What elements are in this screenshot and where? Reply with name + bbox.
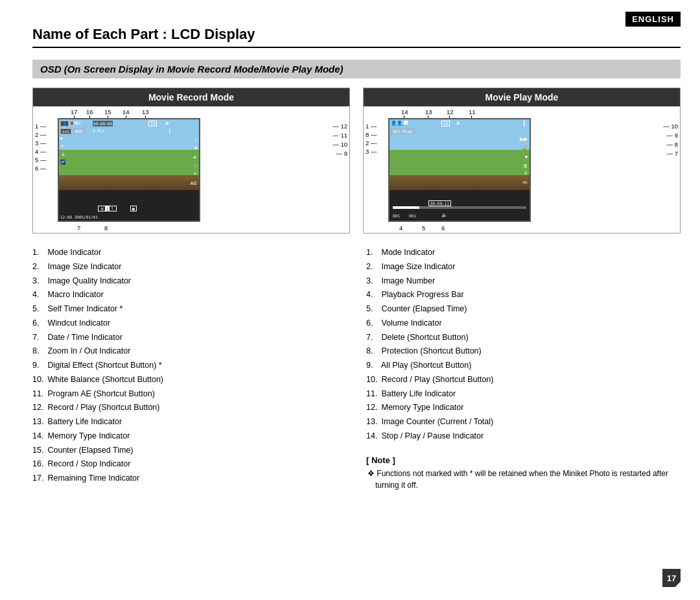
play-items-list: 1. Mode Indicator 2. Image Size Indicato…: [366, 246, 681, 442]
record-top-num-13: 13: [142, 109, 149, 115]
play-bottom-6: 6: [441, 225, 445, 232]
osd-header: OSD (On Screen Display in Movie Record M…: [32, 60, 681, 78]
record-lcd-frame: 👤 REC 00:00:00 IN ▶ 640 REM: [58, 118, 200, 222]
list-item: 3. Image Quality Indicator: [32, 275, 347, 287]
note-content: ❖ Functions not marked with * will be re…: [366, 468, 681, 491]
play-left-2: 2 —: [366, 140, 377, 147]
list-item: 17. Remaining Time Indicator: [32, 472, 347, 485]
list-item: 10. Record / Play (Shortcut Button): [366, 374, 681, 386]
record-top-num-16: 16: [86, 109, 93, 115]
record-mode-list: 1. Mode Indicator 2. Image Size Indicato…: [32, 246, 347, 491]
record-mode-box: Movie Record Mode 17 16 15 14 13 👤: [32, 88, 350, 234]
list-item: 12. Record / Play (Shortcut Button): [32, 402, 347, 414]
play-right-10: — 10: [663, 123, 678, 130]
page-title: Name of Each Part : LCD Display: [32, 26, 681, 48]
record-left-3: 3 —: [35, 140, 46, 147]
list-item: 12. Memory Type Indicator: [366, 402, 681, 414]
record-right-9: — 9: [336, 150, 347, 157]
list-item: 2. Image Size Indicator: [366, 261, 681, 273]
play-top-num-12: 12: [447, 109, 454, 115]
play-top-num-14: 14: [401, 109, 408, 115]
list-item: 8. Protection (Shortcut Button): [366, 345, 681, 357]
list-item: 14. Stop / Play / Pause Indicator: [366, 430, 681, 442]
play-left-3: 3 —: [366, 149, 377, 155]
record-top-num-17: 17: [71, 109, 78, 115]
play-mode-title: Movie Play Mode: [364, 88, 680, 106]
list-item: 15. Counter (Elapsed Time): [32, 444, 347, 457]
list-item: 13. Image Counter (Current / Total): [366, 416, 681, 428]
list-item: 7. Delete (Shortcut Button): [366, 331, 681, 344]
record-left-2: 2 —: [35, 132, 46, 138]
page-number: 17: [662, 569, 681, 587]
record-left-6: 6 —: [35, 165, 46, 172]
list-item: 4. Macro Indicator: [32, 289, 347, 301]
record-left-1: 1 —: [35, 123, 46, 130]
play-right-7: — 7: [667, 150, 678, 157]
modes-container: Movie Record Mode 17 16 15 14 13 👤: [32, 88, 681, 234]
list-item: 16. Record / Stop Indicator: [32, 458, 347, 470]
list-item: 5. Self Timer Indicator *: [32, 303, 347, 315]
play-top-num-13: 13: [425, 109, 432, 115]
play-mode-list: 1. Mode Indicator 2. Image Size Indicato…: [366, 246, 681, 491]
record-top-num-15: 15: [104, 109, 111, 115]
play-left-8: 8 —: [366, 132, 377, 138]
list-item: 4. Playback Progress Bar: [366, 289, 681, 301]
list-item: 1. Mode Indicator: [32, 246, 347, 259]
record-bottom-7: 7: [77, 225, 80, 232]
record-lcd-diagram: 17 16 15 14 13 👤: [33, 106, 349, 233]
list-item: 11. Program AE (Shortcut Button): [32, 388, 347, 400]
language-badge: ENGLISH: [625, 12, 681, 27]
play-top-num-11: 11: [469, 109, 476, 115]
play-mode-box: Movie Play Mode 14 13 12 11 👤👤 I: [363, 88, 681, 234]
list-item: 6. Windcut Indicator: [32, 317, 347, 330]
record-right-10: — 10: [332, 141, 347, 148]
list-item: 5. Counter (Elapsed Time): [366, 303, 681, 315]
list-item: 11. Battery Life Indicator: [366, 388, 681, 400]
list-item: 6. Volume Indicator: [366, 317, 681, 330]
record-left-5: 5 —: [35, 157, 46, 163]
record-top-num-14: 14: [122, 109, 130, 115]
record-right-12: — 12: [332, 123, 347, 130]
note-text: Functions not marked with * will be reta…: [375, 469, 668, 490]
play-right-9: — 9: [667, 132, 678, 139]
record-left-4: 4 —: [35, 149, 46, 155]
play-lcd-frame: 👤👤 IN ▶ ▎ All Play ▶▶ 🔒 ■ 🗑: [388, 118, 531, 222]
play-left-1: 1 —: [366, 123, 377, 130]
memory-type-indicator-item: 14. Memory Type Indicator: [32, 430, 347, 442]
list-item: 13. Battery Life Indicator: [32, 416, 347, 428]
record-items-list: 1. Mode Indicator 2. Image Size Indicato…: [32, 246, 347, 485]
list-item: 10. White Balance (Shortcut Button): [32, 374, 347, 386]
play-bottom-5: 5: [422, 225, 425, 232]
zoom-in-out-indicator-item: 8. Zoom In / Out Indicator: [32, 345, 347, 357]
record-right-11: — 11: [332, 132, 347, 139]
play-lcd-diagram: 14 13 12 11 👤👤 IN ▶: [364, 106, 680, 233]
list-item: 1. Mode Indicator: [366, 246, 681, 259]
list-item: 7. Date / Time Indicator: [32, 331, 347, 344]
list-item: 9. All Play (Shortcut Button): [366, 359, 681, 372]
note-section: [ Note ] ❖ Functions not marked with * w…: [366, 455, 681, 491]
list-item: 9. Digital Effect (Shortcut Button) *: [32, 359, 347, 372]
record-mode-title: Movie Record Mode: [33, 88, 349, 106]
note-title: [ Note ]: [366, 455, 681, 465]
record-bottom-8: 8: [104, 225, 108, 232]
lists-container: 1. Mode Indicator 2. Image Size Indicato…: [32, 246, 681, 491]
play-bottom-4: 4: [399, 225, 402, 232]
play-right-8: — 8: [667, 141, 678, 148]
list-item: 2. Image Size Indicator: [32, 261, 347, 273]
list-item: 3. Image Number: [366, 275, 681, 287]
